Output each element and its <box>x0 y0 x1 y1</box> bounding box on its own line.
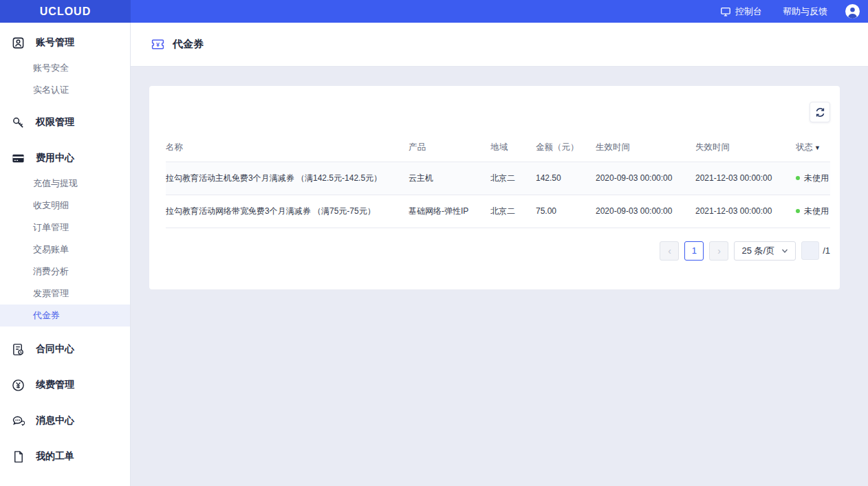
pagination: ‹ 1 › 25 条/页 /1 <box>166 241 830 261</box>
cell-end-time: 2021-12-03 00:00:00 <box>695 162 796 195</box>
sidebar-item-message[interactable]: 消息中心 <box>0 406 130 435</box>
table-row: 拉勾教育活动网络带宽免费3个月满减券 （满75元-75元） 基础网络-弹性IP … <box>166 195 830 228</box>
page-size-select[interactable]: 25 条/页 <box>734 241 796 261</box>
sidebar-item-billing[interactable]: 费用中心 <box>0 144 130 173</box>
page-header: ¥ 代金券 <box>131 23 868 67</box>
sidebar-item-label: 消息中心 <box>36 415 74 427</box>
topbar-right: 控制台 帮助与反馈 <box>131 0 868 23</box>
sidebar-item-label: 账号管理 <box>36 36 74 49</box>
chevron-left-icon: ‹ <box>668 245 671 256</box>
header-status[interactable]: 状态▼ <box>796 134 830 162</box>
sidebar-item-trade-bills[interactable]: 交易账单 <box>0 239 130 261</box>
sidebar-item-consumption[interactable]: 消费分析 <box>0 261 130 283</box>
page-size-value: 25 条/页 <box>741 245 774 257</box>
sidebar-item-label: 消费分析 <box>33 265 69 278</box>
cell-amount: 75.00 <box>536 195 596 228</box>
status-dot-green <box>796 176 800 180</box>
voucher-ticket-icon: ¥ <box>151 38 164 51</box>
chevron-down-icon <box>781 247 788 254</box>
total-pages-label: /1 <box>823 245 830 256</box>
cell-status: 未使用 <box>796 162 830 195</box>
refresh-icon <box>814 107 826 118</box>
chat-bubbles-icon <box>11 414 25 428</box>
table-row: 拉勾教育活动主机免费3个月满减券 （满142.5元-142.5元） 云主机 北京… <box>166 162 830 195</box>
sidebar-item-label: 账号安全 <box>33 62 69 74</box>
chevron-right-icon: › <box>717 245 721 256</box>
cell-region: 北京二 <box>490 195 536 228</box>
status-badge: 未使用 <box>804 206 829 217</box>
header-end-time: 失效时间 <box>695 134 796 162</box>
user-avatar[interactable] <box>845 4 860 19</box>
logo[interactable]: UCLOUD <box>0 0 131 23</box>
document-icon <box>11 450 25 463</box>
sidebar-item-label: 发票管理 <box>33 287 69 300</box>
cell-status: 未使用 <box>796 195 830 228</box>
sidebar-item-label: 代金券 <box>33 309 60 322</box>
header-region: 地域 <box>490 134 536 162</box>
current-page-button[interactable]: 1 <box>684 241 704 261</box>
sidebar-item-label: 收支明细 <box>33 199 69 212</box>
card-toolbar <box>166 102 830 122</box>
user-badge-icon <box>11 36 25 49</box>
table-header-row: 名称 产品 地域 金额（元） 生效时间 失效时间 状态▼ <box>166 134 830 162</box>
sidebar-item-label: 实名认证 <box>33 84 69 96</box>
sidebar-item-account[interactable]: 账号管理 <box>0 28 130 57</box>
console-label: 控制台 <box>735 5 762 18</box>
next-page-button[interactable]: › <box>709 241 728 261</box>
status-badge: 未使用 <box>804 173 829 184</box>
credit-card-icon <box>11 151 25 165</box>
sidebar-item-label: 我的工单 <box>36 450 74 463</box>
header-status-label: 状态 <box>796 142 813 152</box>
sidebar-item-recharge[interactable]: 充值与提现 <box>0 173 130 195</box>
sidebar-item-label: 费用中心 <box>36 152 74 164</box>
sidebar-item-account-security[interactable]: 账号安全 <box>0 57 130 79</box>
header-amount: 金额（元） <box>536 134 596 162</box>
sidebar-item-contract[interactable]: 合同中心 <box>0 335 130 364</box>
sidebar-item-label: 权限管理 <box>36 116 74 129</box>
cell-end-time: 2021-12-03 00:00:00 <box>695 195 796 228</box>
sidebar-item-income-expense[interactable]: 收支明细 <box>0 195 130 217</box>
cell-name: 拉勾教育活动主机免费3个月满减券 （满142.5元-142.5元） <box>166 162 409 195</box>
sidebar-item-renewal[interactable]: 续费管理 <box>0 371 130 399</box>
sidebar: 账号管理 账号安全 实名认证 权限管理 费用中心 充值与提现 收支明细 订单管理 <box>0 23 131 486</box>
refresh-button[interactable] <box>810 102 830 122</box>
voucher-table: 名称 产品 地域 金额（元） 生效时间 失效时间 状态▼ 拉勾教育活动主机免费3… <box>166 134 830 228</box>
sidebar-item-voucher[interactable]: 代金券 <box>0 305 130 327</box>
yuan-circle-icon <box>11 378 25 392</box>
cell-start-time: 2020-09-03 00:00:00 <box>596 195 695 228</box>
avatar-icon <box>845 4 860 19</box>
monitor-icon <box>720 6 731 17</box>
sidebar-item-ticket[interactable]: 我的工单 <box>0 442 130 471</box>
cell-name: 拉勾教育活动网络带宽免费3个月满减券 （满75元-75元） <box>166 195 409 228</box>
page-title: 代金券 <box>173 38 204 51</box>
sidebar-item-label: 合同中心 <box>36 343 74 355</box>
sidebar-item-realname[interactable]: 实名认证 <box>0 79 130 101</box>
sidebar-item-label: 订单管理 <box>33 221 69 234</box>
help-label: 帮助与反馈 <box>783 5 827 18</box>
header-product: 产品 <box>409 134 490 162</box>
voucher-card: 名称 产品 地域 金额（元） 生效时间 失效时间 状态▼ 拉勾教育活动主机免费3… <box>149 86 840 289</box>
help-link[interactable]: 帮助与反馈 <box>783 5 827 18</box>
topbar: UCLOUD 控制台 帮助与反馈 <box>0 0 868 23</box>
header-start-time: 生效时间 <box>596 134 695 162</box>
sidebar-item-invoice[interactable]: 发票管理 <box>0 283 130 305</box>
cell-product: 云主机 <box>409 162 490 195</box>
console-link[interactable]: 控制台 <box>720 5 762 18</box>
contract-clock-icon <box>11 342 25 356</box>
cell-start-time: 2020-09-03 00:00:00 <box>596 162 695 195</box>
svg-text:¥: ¥ <box>156 41 160 48</box>
sidebar-item-label: 交易账单 <box>33 243 69 256</box>
header-name: 名称 <box>166 134 409 162</box>
sidebar-item-label: 充值与提现 <box>33 177 78 190</box>
sidebar-item-permission[interactable]: 权限管理 <box>0 108 130 137</box>
sidebar-item-label: 续费管理 <box>36 379 74 391</box>
page-jump-input[interactable] <box>801 241 819 260</box>
logo-text: UCLOUD <box>40 5 91 18</box>
sidebar-item-orders[interactable]: 订单管理 <box>0 217 130 239</box>
prev-page-button[interactable]: ‹ <box>660 241 679 261</box>
cell-region: 北京二 <box>490 162 536 195</box>
cell-product: 基础网络-弹性IP <box>409 195 490 228</box>
content-area: 名称 产品 地域 金额（元） 生效时间 失效时间 状态▼ 拉勾教育活动主机免费3… <box>131 67 868 486</box>
key-icon <box>11 115 25 129</box>
sort-desc-icon[interactable]: ▼ <box>814 144 821 151</box>
